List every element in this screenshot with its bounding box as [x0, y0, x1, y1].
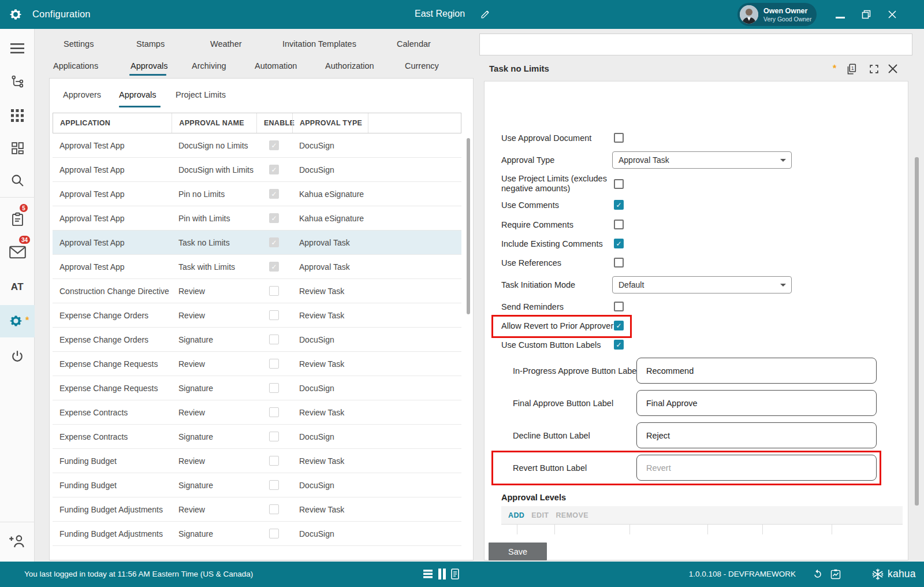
enable-checkbox[interactable]: [269, 432, 279, 441]
menu-hamburger-icon[interactable]: [0, 36, 35, 61]
column-header-approval-name[interactable]: APPROVAL NAME: [172, 113, 256, 133]
tab-approvals[interactable]: Approvals: [131, 61, 167, 70]
mail-icon[interactable]: 34: [0, 239, 35, 265]
sidebar-item-configuration-selected[interactable]: *: [0, 305, 35, 337]
rows-view-icon[interactable]: [423, 570, 433, 578]
search-icon[interactable]: [0, 168, 35, 193]
enable-checkbox[interactable]: [269, 456, 279, 466]
table-row[interactable]: Funding BudgetSignatureDocuSign: [53, 473, 461, 497]
table-row[interactable]: Expense Change OrdersReviewReview Task: [53, 303, 461, 328]
table-row[interactable]: Funding BudgetReviewReview Task: [53, 449, 461, 473]
close-window-button[interactable]: [888, 10, 897, 19]
tab-currency[interactable]: Currency: [405, 61, 439, 70]
panel-scrollbar[interactable]: [915, 157, 919, 506]
send-reminders-checkbox[interactable]: [614, 302, 624, 311]
enable-checkbox[interactable]: ✓: [269, 262, 279, 272]
add-person-icon[interactable]: [0, 528, 35, 553]
enable-checkbox[interactable]: ✓: [269, 189, 279, 199]
allow-revert-checkbox[interactable]: ✓: [614, 321, 624, 330]
column-header-approval-type[interactable]: APPROVAL TYPE: [292, 113, 368, 133]
enable-checkbox[interactable]: [269, 286, 279, 296]
user-menu[interactable]: Owen Owner Very Good Owner: [737, 3, 817, 26]
tab-invitation-templates[interactable]: Invitation Templates: [282, 39, 356, 49]
enable-checkbox[interactable]: [269, 335, 279, 344]
table-row[interactable]: Expense ContractsSignatureDocuSign: [53, 425, 461, 449]
enable-checkbox[interactable]: [269, 310, 279, 320]
columns-view-icon[interactable]: [438, 569, 446, 579]
expand-panel-icon[interactable]: [869, 64, 879, 74]
tab-calendar[interactable]: Calendar: [397, 39, 431, 49]
final-approve-label-input[interactable]: [636, 390, 877, 416]
use-comments-checkbox[interactable]: ✓: [614, 200, 624, 210]
table-row[interactable]: Approval Test AppDocuSign no Limits✓Docu…: [53, 133, 461, 158]
apps-grid-icon[interactable]: [0, 103, 35, 128]
tasks-clipboard-icon[interactable]: 5: [0, 207, 35, 232]
subtab-approvers[interactable]: Approvers: [63, 90, 101, 99]
remove-level-button[interactable]: REMOVE: [556, 511, 588, 519]
enable-checkbox[interactable]: [269, 407, 279, 417]
include-existing-comments-checkbox[interactable]: ✓: [614, 239, 624, 248]
column-header-application[interactable]: APPLICATION: [53, 113, 172, 133]
minimize-button[interactable]: [836, 17, 845, 18]
enable-checkbox[interactable]: [269, 383, 279, 393]
task-initiation-mode-select[interactable]: Default: [612, 276, 792, 294]
table-row[interactable]: Construction Change DirectiveReviewRevie…: [53, 279, 461, 303]
add-level-button[interactable]: ADD: [508, 511, 524, 519]
panel-toolbar-bar[interactable]: [479, 34, 912, 55]
enable-checkbox[interactable]: ✓: [269, 213, 279, 223]
use-references-checkbox[interactable]: [614, 258, 624, 268]
tab-weather[interactable]: Weather: [210, 39, 242, 49]
enable-checkbox[interactable]: [269, 480, 279, 490]
dashboard-icon[interactable]: [0, 135, 35, 161]
enable-checkbox[interactable]: ✓: [269, 237, 279, 247]
open-in-window-icon[interactable]: 1: [845, 62, 858, 76]
tab-archiving[interactable]: Archiving: [192, 61, 226, 70]
enable-checkbox[interactable]: [269, 359, 279, 369]
column-header-empty: [368, 113, 461, 133]
subtab-project-limits[interactable]: Project Limits: [176, 90, 226, 99]
table-row[interactable]: Approval Test AppDocuSign with Limits✓Do…: [53, 158, 461, 182]
table-row[interactable]: Funding Budget AdjustmentsSignatureDocuS…: [53, 522, 461, 546]
table-row[interactable]: Approval Test AppPin with Limits✓Kahua e…: [53, 206, 461, 231]
enable-checkbox[interactable]: [269, 529, 279, 538]
approval-type-select[interactable]: Approval Task: [612, 151, 792, 169]
table-row[interactable]: Expense Change OrdersSignatureDocuSign: [53, 328, 461, 352]
sidebar-item-at-app[interactable]: AT: [0, 274, 35, 300]
report-board-icon[interactable]: [830, 569, 841, 580]
column-header-enable[interactable]: ENABLE: [256, 113, 292, 133]
decline-label-input[interactable]: [636, 422, 877, 448]
enable-checkbox[interactable]: [269, 504, 279, 514]
power-logout-icon[interactable]: [0, 344, 35, 369]
save-button[interactable]: Save: [489, 543, 547, 560]
use-approval-document-checkbox[interactable]: [614, 133, 624, 143]
close-panel-icon[interactable]: [888, 64, 898, 74]
table-row[interactable]: Funding Budget AdjustmentsReviewReview T…: [53, 497, 461, 522]
restore-window-button[interactable]: [862, 10, 871, 19]
tab-stamps[interactable]: Stamps: [136, 39, 165, 49]
tab-automation[interactable]: Automation: [255, 61, 297, 70]
tab-settings[interactable]: Settings: [64, 39, 94, 49]
tab-applications[interactable]: Applications: [53, 61, 98, 70]
subtab-approvals[interactable]: Approvals: [119, 90, 156, 99]
enable-checkbox[interactable]: ✓: [269, 140, 279, 150]
table-row[interactable]: Approval Test AppTask no Limits✓Approval…: [53, 231, 461, 255]
table-row[interactable]: Approval Test AppTask with Limits✓Approv…: [53, 255, 461, 279]
table-scrollbar[interactable]: [467, 138, 470, 314]
table-row[interactable]: Expense Change RequestsSignatureDocuSign: [53, 376, 461, 400]
sidebar: 5 34 AT *: [0, 29, 35, 562]
table-row[interactable]: Expense Change RequestsReviewReview Task: [53, 352, 461, 376]
workflow-branch-icon[interactable]: [0, 69, 35, 95]
document-view-icon[interactable]: [451, 569, 459, 579]
edit-level-button[interactable]: EDIT: [531, 511, 549, 519]
sync-icon[interactable]: [812, 569, 824, 580]
table-row[interactable]: Approval Test AppPin no Limits✓Kahua eSi…: [53, 182, 461, 206]
edit-domain-pencil-icon[interactable]: [480, 9, 491, 20]
enable-checkbox[interactable]: ✓: [269, 165, 279, 174]
use-custom-button-labels-checkbox[interactable]: ✓: [614, 340, 624, 350]
use-project-limits-checkbox[interactable]: [614, 179, 624, 189]
require-comments-checkbox[interactable]: [614, 220, 624, 229]
table-row[interactable]: Expense ContractsReviewReview Task: [53, 400, 461, 425]
in-progress-approve-label-input[interactable]: [636, 358, 877, 384]
revert-label-input[interactable]: [636, 455, 877, 481]
tab-authorization[interactable]: Authorization: [325, 61, 374, 70]
